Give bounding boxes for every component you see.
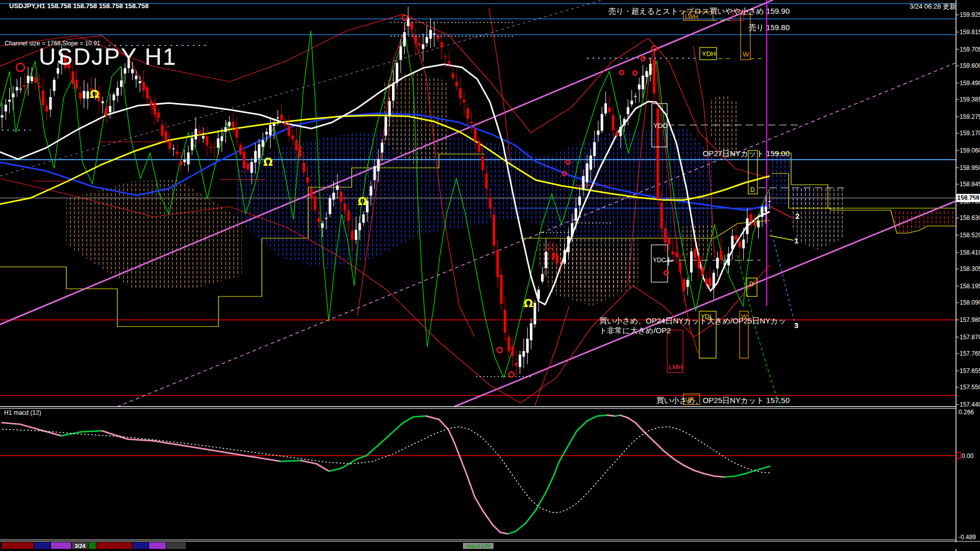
- red-ring-marker: [509, 372, 514, 377]
- status-bar-segment: [166, 542, 186, 549]
- candle-body: [76, 80, 78, 89]
- macd-line: [301, 461, 316, 464]
- price-axis-label: 159.060: [960, 147, 980, 154]
- macd-on-badge[interactable]: macd ON: [463, 543, 494, 549]
- macd-min-label: -0.489: [959, 534, 976, 541]
- macd-line: [500, 532, 508, 534]
- candle-body: [571, 223, 573, 237]
- candle-body: [374, 166, 376, 180]
- candle-body: [303, 163, 305, 172]
- macd-line: [255, 457, 281, 461]
- macd-line: [546, 475, 554, 492]
- candle-body: [679, 262, 681, 271]
- candle-body: [265, 132, 268, 135]
- candle-body: [504, 310, 506, 333]
- box-label: YDL: [701, 313, 713, 320]
- candle-body: [247, 163, 249, 169]
- update-time: 3/24 06:28 更新: [910, 3, 956, 10]
- red-indicator-curve: [489, 8, 510, 163]
- candle-body: [724, 263, 726, 265]
- price-axis-label: 157.980: [960, 316, 980, 323]
- candle-body: [467, 108, 469, 118]
- candle-body: [295, 140, 298, 150]
- macd-line: [230, 453, 255, 457]
- candle-body: [83, 91, 85, 98]
- candle-body: [49, 97, 52, 109]
- candle-body: [310, 188, 312, 197]
- candle-body: [161, 124, 163, 136]
- macd-line: [426, 416, 439, 419]
- macd-line: [554, 462, 559, 475]
- candle-body: [493, 215, 495, 245]
- candle-body: [765, 207, 767, 212]
- box-label: YDO: [653, 122, 668, 130]
- candle-body: [682, 279, 685, 291]
- red-ring-marker: [16, 63, 24, 71]
- candle-body: [757, 220, 760, 227]
- candle-body: [154, 103, 156, 115]
- candle-body: [422, 44, 424, 49]
- candle-body: [496, 250, 499, 277]
- macd-line: [569, 431, 577, 444]
- candle-body: [209, 147, 212, 148]
- macd-line: [615, 415, 620, 416]
- candle-body: [392, 83, 395, 101]
- macd-line: [694, 470, 704, 473]
- page-title: USDJPY H1: [39, 45, 177, 68]
- box-label: LWL: [685, 396, 696, 402]
- macd-line: [357, 456, 366, 459]
- macd-line: [41, 430, 61, 436]
- macd-line: [482, 510, 493, 525]
- candle-body: [344, 204, 346, 210]
- candle-body: [552, 253, 555, 259]
- candle-body: [694, 249, 696, 258]
- macd-line: [508, 532, 516, 534]
- candle-body: [284, 123, 286, 126]
- candle-body: [690, 252, 693, 272]
- red-ring-marker: [664, 271, 668, 275]
- candle-body: [507, 337, 510, 351]
- candle-body: [705, 279, 707, 284]
- target-number-label: 2: [795, 212, 799, 220]
- macd-line: [102, 431, 128, 439]
- price-axis-label: 159.385: [960, 96, 980, 103]
- candle-body: [358, 223, 361, 230]
- price-axis-label: 158.630: [960, 214, 980, 221]
- symbol-info: USDJPY,H1 158.758 158.758 158.758 158.75…: [9, 3, 149, 9]
- candle-body: [8, 100, 11, 102]
- candle-body: [616, 132, 618, 136]
- candle-body: [709, 278, 712, 286]
- red-ring-marker: [620, 70, 624, 74]
- red-ring-marker: [402, 15, 407, 20]
- box-label: D: [750, 186, 755, 193]
- candle-body: [485, 173, 488, 188]
- macd-line: [674, 459, 684, 465]
- candle-body: [191, 138, 193, 150]
- macd-line: [20, 424, 41, 430]
- candle-body: [526, 339, 529, 353]
- trading-app-window: ΩΩΩΩ USDJPY,H1 158.758 158.758 158.758 1…: [0, 0, 980, 551]
- candle-body: [86, 91, 89, 98]
- candle-body: [582, 176, 584, 190]
- candle-body: [753, 222, 756, 226]
- candle-body: [630, 101, 633, 104]
- chart-canvas[interactable]: ΩΩΩΩ: [0, 0, 980, 551]
- macd-line: [459, 456, 467, 475]
- candle-body: [593, 142, 596, 156]
- candle-body: [355, 230, 357, 240]
- price-axis-label: 159.925: [960, 11, 980, 18]
- candle-body: [578, 196, 581, 205]
- candle-body: [288, 126, 290, 136]
- macd-line: [664, 450, 674, 459]
- candle-body: [79, 92, 82, 98]
- candle-body: [384, 117, 387, 135]
- candle-body: [698, 257, 700, 269]
- candle-body: [608, 108, 610, 112]
- candle-body: [746, 218, 749, 234]
- candle-body: [414, 36, 417, 44]
- status-bar-segment: [2, 542, 34, 549]
- candle-body: [157, 112, 160, 118]
- channel-info-label: Channel size = 1768 Slope = 10.91: [5, 40, 100, 46]
- macd-line: [607, 415, 615, 416]
- candle-body: [198, 131, 201, 133]
